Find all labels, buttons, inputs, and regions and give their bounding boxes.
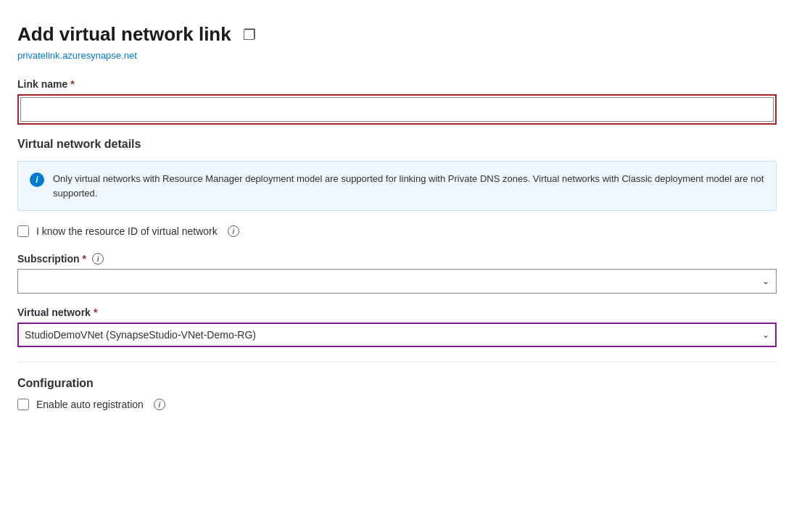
virtual-network-label: Virtual network * (17, 307, 777, 318)
subscription-select[interactable] (17, 269, 777, 294)
link-name-field: Link name * (17, 78, 777, 125)
subtitle-link[interactable]: privatelink.azuresynapse.net (17, 50, 777, 61)
virtual-network-section: Virtual network details i Only virtual n… (17, 138, 777, 347)
page-header: Add virtual network link ❐ (17, 23, 777, 46)
info-text: Only virtual networks with Resource Mana… (53, 172, 764, 200)
resource-id-checkbox[interactable] (17, 225, 29, 237)
virtual-network-heading: Virtual network details (17, 138, 777, 151)
subscription-info-icon[interactable]: i (92, 253, 104, 265)
auto-registration-row: Enable auto registration i (17, 399, 777, 410)
resource-id-info-icon[interactable]: i (228, 225, 239, 237)
subscription-select-wrapper: ⌄ (17, 269, 777, 294)
print-icon[interactable]: ❐ (243, 26, 256, 43)
subscription-label: Subscription * i (17, 253, 777, 265)
subscription-field: Subscription * i ⌄ (17, 253, 777, 294)
virtual-network-field: Virtual network * StudioDemoVNet (Synaps… (17, 307, 777, 347)
resource-id-checkbox-label: I know the resource ID of virtual networ… (36, 225, 218, 237)
virtual-network-select-wrapper: StudioDemoVNet (SynapseStudio-VNet-Demo-… (17, 323, 777, 347)
section-divider (17, 362, 777, 362)
configuration-section: Configuration Enable auto registration i (17, 377, 777, 410)
link-name-label: Link name * (17, 78, 777, 90)
info-box: i Only virtual networks with Resource Ma… (17, 161, 777, 211)
link-name-input[interactable] (20, 97, 774, 122)
info-icon: i (30, 173, 44, 187)
auto-registration-label: Enable auto registration (36, 399, 144, 410)
link-name-input-wrapper (17, 94, 777, 125)
auto-registration-checkbox[interactable] (17, 399, 29, 410)
auto-registration-info-icon[interactable]: i (154, 399, 165, 410)
resource-id-checkbox-row: I know the resource ID of virtual networ… (17, 225, 777, 237)
virtual-network-select[interactable]: StudioDemoVNet (SynapseStudio-VNet-Demo-… (17, 323, 777, 347)
subscription-required-star: * (83, 253, 86, 265)
link-name-required-star: * (70, 78, 74, 90)
configuration-heading: Configuration (17, 377, 777, 390)
virtual-network-required-star: * (94, 307, 97, 318)
page-title: Add virtual network link (17, 23, 231, 46)
